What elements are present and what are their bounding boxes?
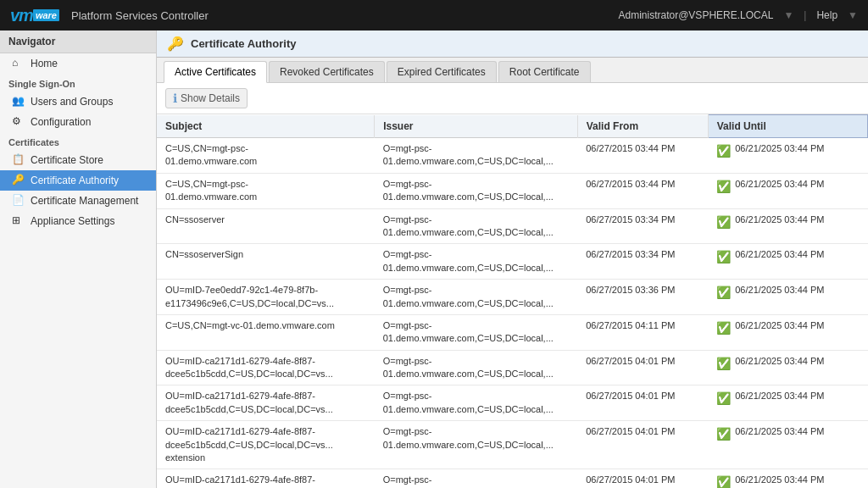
- sidebar-item-appliance[interactable]: ⊞ Appliance Settings: [0, 211, 156, 231]
- help-link[interactable]: Help: [816, 9, 837, 21]
- cell-valid-until: ✅ 06/21/2025 03:44 PM: [708, 469, 867, 488]
- valid-check-icon: ✅: [716, 391, 731, 408]
- cell-subject: OU=mID-7ee0edd7-92c1-4e79-8f7b-e1173496c…: [157, 280, 375, 315]
- cell-subject: C=US,CN=mgt-vc-01.demo.vmware.com: [157, 314, 375, 350]
- cell-valid-from: 06/27/2015 04:01 PM: [577, 469, 708, 488]
- info-icon: ℹ: [173, 92, 177, 105]
- valid-check-icon: ✅: [716, 179, 731, 196]
- table-row[interactable]: C=US,CN=mgt-vc-01.demo.vmware.com O=mgt-…: [157, 314, 868, 350]
- cell-subject: C=US,CN=mgt-psc-01.demo.vmware.com: [157, 173, 375, 208]
- cell-subject: CN=ssoserver: [157, 208, 375, 244]
- topbar: vmware Platform Services Controller Admi…: [0, 0, 868, 30]
- valid-until-value: 06/21/2025 03:44 PM: [735, 319, 824, 332]
- cell-valid-from: 06/27/2015 03:34 PM: [577, 244, 708, 280]
- cell-valid-until: ✅ 06/21/2025 03:44 PM: [708, 421, 867, 469]
- cell-issuer: O=mgt-psc-01.demo.vmware.com,C=US,DC=loc…: [375, 314, 578, 350]
- sidebar-item-cert-store[interactable]: 📋 Certificate Store: [0, 150, 156, 170]
- show-details-button[interactable]: ℹ Show Details: [165, 88, 248, 108]
- table-row[interactable]: C=US,CN=mgt-psc-01.demo.vmware.com O=mgt…: [157, 138, 868, 174]
- valid-check-icon: ✅: [716, 285, 731, 302]
- col-valid-from: Valid From: [577, 115, 708, 138]
- valid-until-value: 06/21/2025 03:44 PM: [735, 178, 824, 191]
- col-valid-until: Valid Until: [708, 115, 867, 138]
- sidebar-item-configuration[interactable]: ⚙ Configuration: [0, 112, 156, 132]
- cell-subject: CN=ssoserverSign: [157, 244, 375, 280]
- valid-check-icon: ✅: [716, 143, 731, 160]
- cell-issuer: O=mgt-psc-01.demo.vmware.com,C=US,DC=loc…: [375, 244, 578, 280]
- content-area: 🔑 Certificate Authority Active Certifica…: [157, 30, 868, 488]
- sidebar-item-config-label: Configuration: [31, 116, 91, 128]
- vmware-logo: vmware: [10, 6, 59, 25]
- sidebar-item-users-label: Users and Groups: [31, 96, 113, 108]
- table-row[interactable]: OU=mID-ca2171d1-6279-4afe-8f87-dcee5c1b5…: [157, 385, 868, 421]
- tab-root-certificate[interactable]: Root Certificate: [498, 61, 591, 82]
- table-row[interactable]: C=US,CN=mgt-psc-01.demo.vmware.com O=mgt…: [157, 173, 868, 208]
- valid-until-value: 06/21/2025 03:44 PM: [735, 284, 824, 297]
- cert-auth-header-icon: 🔑: [167, 36, 184, 52]
- user-label[interactable]: Administrator@VSPHERE.LOCAL: [619, 9, 774, 21]
- cell-valid-from: 06/27/2015 04:01 PM: [577, 350, 708, 385]
- content-header: 🔑 Certificate Authority: [157, 30, 868, 58]
- sidebar-section-sso: Single Sign-On: [0, 74, 156, 92]
- cell-issuer: O=mgt-psc-01.demo.vmware.com,C=US,DC=loc…: [375, 385, 578, 421]
- sidebar-item-home-label: Home: [31, 58, 58, 69]
- cell-issuer: O=mgt-psc-01.demo.vmware.com,C=US,DC=loc…: [375, 208, 578, 244]
- sidebar-item-cert-auth-label: Certificate Authority: [31, 175, 119, 186]
- tab-active-certificates[interactable]: Active Certificates: [164, 61, 267, 83]
- sidebar-item-cert-store-label: Certificate Store: [31, 154, 103, 166]
- table-row[interactable]: OU=mID-ca2171d1-6279-4afe-8f87-dcee5c1b5…: [157, 421, 868, 469]
- sidebar-header: Navigator: [0, 30, 156, 53]
- app-title: Platform Services Controller: [71, 9, 209, 22]
- table-row[interactable]: CN=ssoserverSign O=mgt-psc-01.demo.vmwar…: [157, 244, 868, 280]
- valid-until-value: 06/21/2025 03:44 PM: [735, 214, 824, 226]
- certificates-table: Subject Issuer Valid From Valid Until C=…: [157, 114, 868, 488]
- valid-check-icon: ✅: [716, 474, 731, 488]
- certificates-table-container[interactable]: Subject Issuer Valid From Valid Until C=…: [157, 114, 868, 488]
- cell-subject: OU=mID-ca2171d1-6279-4afe-8f87-dcee5c1b5…: [157, 385, 375, 421]
- valid-check-icon: ✅: [716, 214, 731, 231]
- sidebar-item-home[interactable]: ⌂ Home: [0, 53, 156, 74]
- table-row[interactable]: OU=mID-ca2171d1-6279-4afe-8f87-dcee5c1b5…: [157, 350, 868, 385]
- sidebar-item-appliance-label: Appliance Settings: [31, 215, 114, 227]
- cell-valid-from: 06/27/2015 04:01 PM: [577, 421, 708, 469]
- users-icon: 👥: [12, 95, 25, 108]
- tab-revoked-certificates[interactable]: Revoked Certificates: [269, 61, 385, 82]
- cell-subject: OU=mID-ca2171d1-6279-4afe-8f87-dcee5c1b5…: [157, 469, 375, 488]
- sidebar: Navigator ⌂ Home Single Sign-On 👥 Users …: [0, 30, 157, 488]
- appliance-icon: ⊞: [12, 214, 25, 228]
- content-header-title: Certificate Authority: [191, 37, 296, 50]
- table-row[interactable]: OU=mID-7ee0edd7-92c1-4e79-8f7b-e1173496c…: [157, 280, 868, 315]
- toolbar: ℹ Show Details: [157, 83, 868, 114]
- cell-issuer: O=mgt-psc-01.demo.vmware.com,C=US,DC=loc…: [375, 469, 578, 488]
- table-row[interactable]: OU=mID-ca2171d1-6279-4afe-8f87-dcee5c1b5…: [157, 469, 868, 488]
- cell-valid-until: ✅ 06/21/2025 03:44 PM: [708, 280, 867, 315]
- sidebar-item-users-groups[interactable]: 👥 Users and Groups: [0, 92, 156, 112]
- cell-issuer: O=mgt-psc-01.demo.vmware.com,C=US,DC=loc…: [375, 173, 578, 208]
- cell-valid-from: 06/27/2015 03:36 PM: [577, 280, 708, 315]
- cell-valid-until: ✅ 06/21/2025 03:44 PM: [708, 173, 867, 208]
- cell-valid-until: ✅ 06/21/2025 03:44 PM: [708, 350, 867, 385]
- sidebar-section-certs: Certificates: [0, 132, 156, 150]
- valid-check-icon: ✅: [716, 356, 731, 373]
- cell-subject: OU=mID-ca2171d1-6279-4afe-8f87-dcee5c1b5…: [157, 421, 375, 469]
- cell-valid-from: 06/27/2015 04:11 PM: [577, 314, 708, 350]
- main-layout: Navigator ⌂ Home Single Sign-On 👥 Users …: [0, 30, 868, 488]
- tab-expired-certificates[interactable]: Expired Certificates: [387, 61, 497, 82]
- valid-until-value: 06/21/2025 03:44 PM: [735, 390, 824, 402]
- cell-valid-until: ✅ 06/21/2025 03:44 PM: [708, 385, 867, 421]
- sidebar-item-cert-authority[interactable]: 🔑 Certificate Authority: [0, 170, 156, 191]
- sidebar-item-cert-management[interactable]: 📄 Certificate Management: [0, 191, 156, 211]
- home-icon: ⌂: [12, 57, 25, 70]
- valid-until-value: 06/21/2025 03:44 PM: [735, 474, 824, 486]
- cell-valid-from: 06/27/2015 04:01 PM: [577, 385, 708, 421]
- table-row[interactable]: CN=ssoserver O=mgt-psc-01.demo.vmware.co…: [157, 208, 868, 244]
- valid-until-value: 06/21/2025 03:44 PM: [735, 425, 824, 438]
- config-icon: ⚙: [12, 115, 25, 129]
- cell-valid-from: 06/27/2015 03:34 PM: [577, 208, 708, 244]
- show-details-label: Show Details: [181, 92, 240, 104]
- cell-valid-until: ✅ 06/21/2025 03:44 PM: [708, 314, 867, 350]
- valid-check-icon: ✅: [716, 426, 731, 443]
- tabs-bar: Active Certificates Revoked Certificates…: [157, 58, 868, 83]
- cell-valid-until: ✅ 06/21/2025 03:44 PM: [708, 138, 867, 174]
- cell-subject: C=US,CN=mgt-psc-01.demo.vmware.com: [157, 138, 375, 174]
